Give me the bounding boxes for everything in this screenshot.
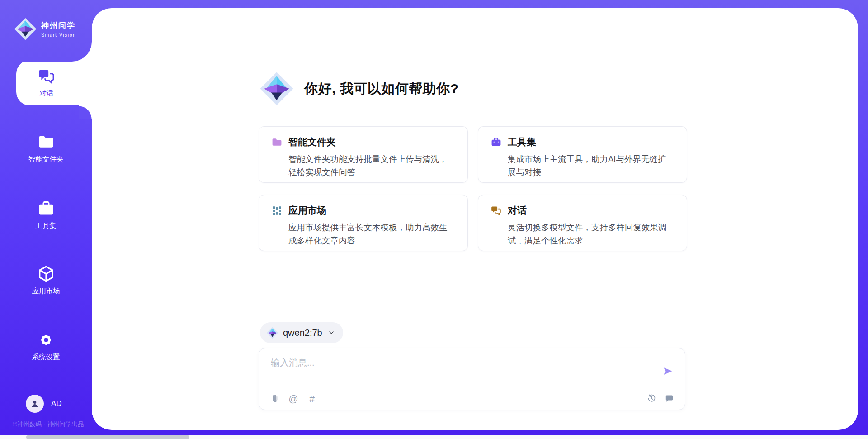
card-smart-folder[interactable]: 智能文件夹 智能文件夹功能支持批量文件上传与清洗，轻松实现文件问答 <box>259 126 468 183</box>
gear-icon <box>37 331 55 349</box>
model-selector[interactable]: qwen2:7b <box>260 322 343 343</box>
sidebar-item-label: 系统设置 <box>0 353 92 362</box>
chat-icon <box>38 67 56 86</box>
composer-toolbar: @ # <box>270 387 674 410</box>
send-icon <box>662 365 674 377</box>
conversations-button[interactable] <box>664 393 674 403</box>
attachment-icon <box>270 394 280 403</box>
avatar <box>26 395 44 413</box>
folder-icon <box>37 133 55 151</box>
sidebar-item-app-market[interactable]: 应用市场 <box>0 265 92 296</box>
card-description: 智能文件夹功能支持批量文件上传与清洗，轻松实现文件问答 <box>288 153 455 179</box>
greeting-title: 你好, 我可以如何帮助你? <box>304 80 459 98</box>
card-description: 应用市场提供丰富长文本模板，助力高效生成多样化文章内容 <box>288 221 455 247</box>
active-tab-fillet <box>79 105 92 119</box>
send-button[interactable] <box>660 364 675 378</box>
user-account[interactable]: AD <box>26 395 62 413</box>
sidebar-item-label: 智能文件夹 <box>0 155 92 164</box>
card-description: 灵活切换多模型文件，支持多样回复效果调试，满足个性化需求 <box>508 221 674 247</box>
sidebar-item-label: 应用市场 <box>0 286 92 296</box>
greeting-block: 你好, 我可以如何帮助你? <box>259 71 459 106</box>
history-icon <box>647 394 656 403</box>
folder-icon <box>271 137 283 148</box>
app-name: 神州问学 <box>41 20 76 31</box>
card-chat[interactable]: 对话 灵活切换多模型文件，支持多样回复效果调试，满足个性化需求 <box>478 195 687 251</box>
app-logo-icon <box>14 17 37 41</box>
main-content-panel: 你好, 我可以如何帮助你? 智能文件夹 智能文件夹功能支持批量文件上传与清洗，轻… <box>92 8 858 430</box>
model-selector-value: qwen2:7b <box>283 328 322 338</box>
scrollbar-thumb[interactable] <box>26 435 189 439</box>
sidebar-item-chat[interactable]: 对话 <box>16 60 92 105</box>
user-initials: AD <box>51 399 62 408</box>
hash-icon: # <box>309 394 315 403</box>
sidebar-item-label: 工具集 <box>0 221 92 231</box>
briefcase-icon <box>37 200 55 218</box>
card-description: 集成市场上主流工具，助力AI与外界无缝扩展与对接 <box>508 153 674 179</box>
message-composer: 输入消息... @ # <box>259 348 685 410</box>
copyright-text: ©神州数码 · 神州问学出品 <box>13 420 84 429</box>
chevron-down-icon <box>328 329 335 336</box>
app-subtitle: Smart Vision <box>41 32 76 38</box>
sidebar-item-smart-folder[interactable]: 智能文件夹 <box>0 133 92 164</box>
sidebar-item-settings[interactable]: 系统设置 <box>0 331 92 362</box>
sidebar-header: 神州问学 Smart Vision <box>0 0 92 62</box>
horizontal-scrollbar[interactable] <box>0 435 868 439</box>
mention-button[interactable]: @ <box>288 393 298 403</box>
sidebar-item-label: 对话 <box>40 89 54 98</box>
attach-file-button[interactable] <box>270 393 280 403</box>
grid-icon <box>271 205 283 216</box>
briefcase-icon <box>491 137 502 148</box>
mention-icon: @ <box>288 394 298 403</box>
comment-icon <box>665 394 674 403</box>
hash-button[interactable]: # <box>307 393 317 403</box>
message-input[interactable]: 输入消息... <box>271 357 653 384</box>
model-logo-icon <box>266 327 278 339</box>
person-icon <box>30 399 40 409</box>
card-toolkit[interactable]: 工具集 集成市场上主流工具，助力AI与外界无缝扩展与对接 <box>478 126 687 183</box>
sidebar-item-toolkit[interactable]: 工具集 <box>0 200 92 231</box>
card-title: 应用市场 <box>288 204 326 217</box>
feature-cards: 智能文件夹 智能文件夹功能支持批量文件上传与清洗，轻松实现文件问答 工具集 集成… <box>259 126 687 251</box>
app-logo-icon <box>259 71 294 106</box>
chat-icon <box>491 205 502 216</box>
cube-icon <box>37 265 55 283</box>
card-title: 智能文件夹 <box>288 136 336 148</box>
history-button[interactable] <box>646 393 656 403</box>
card-title: 对话 <box>508 204 527 217</box>
card-app-market[interactable]: 应用市场 应用市场提供丰富长文本模板，助力高效生成多样化文章内容 <box>259 195 468 251</box>
card-title: 工具集 <box>508 136 536 148</box>
